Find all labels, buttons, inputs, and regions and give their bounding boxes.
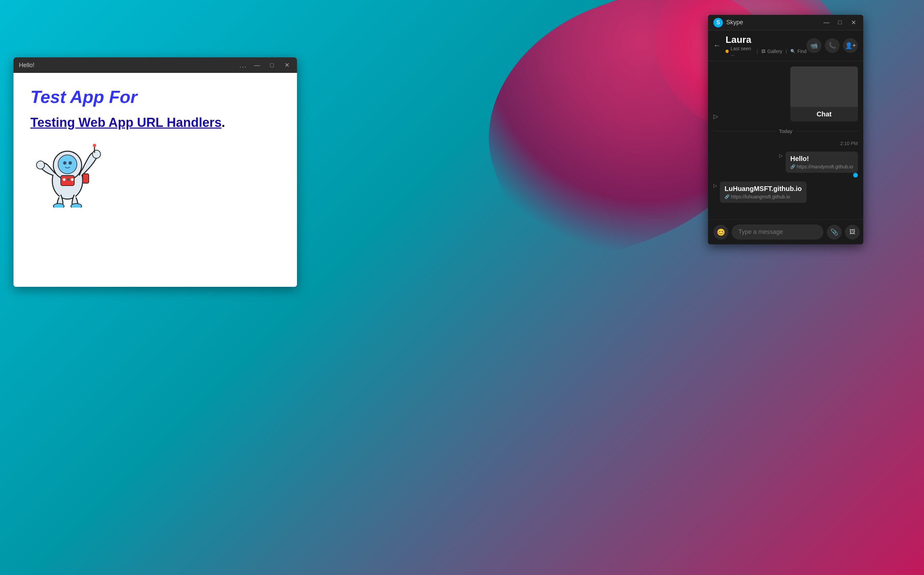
webapp-minimize-button[interactable]: — [252,60,262,70]
chat-card-row: ▷ Chat [713,67,858,121]
webapp-heading: Test App For [30,86,280,107]
svg-point-15 [93,144,96,147]
message-2-row: ▷ LuHuangMSFT.github.io 🔗 https://luhuan… [713,181,807,203]
back-button[interactable]: ← [713,41,721,50]
skype-titlebar: S Skype — □ ✕ [708,15,863,30]
skype-logo-icon: S [713,18,723,27]
webapp-maximize-button[interactable]: □ [267,60,277,70]
chat-card-label: Chat [791,107,858,121]
skype-app-title: Skype [726,19,822,26]
link-icon-2: 🔗 [724,194,730,199]
titlebar-dots[interactable]: ... [239,61,247,69]
webapp-window: Hello! ... — □ ✕ Test App For Testing We… [14,57,297,287]
message-1-link-text: https://mandymsft.github.io [797,164,853,169]
webapp-content: Test App For Testing Web App URL Handler… [14,73,297,287]
svg-point-2 [58,155,77,174]
link-icon: 🔗 [791,164,795,169]
webapp-title: Hello! [19,62,239,69]
svg-rect-13 [83,174,89,183]
svg-point-10 [71,178,73,181]
message-timestamp: 2:10 PM [713,141,858,146]
astronaut-svg [30,140,105,208]
chat-input-area: 😊 📎 🖼 🎤 ⋯ [708,219,863,244]
message-2-container: ▷ LuHuangMSFT.github.io 🔗 https://luhuan… [713,181,858,203]
chat-preview-card: Chat [791,67,858,121]
astronaut-illustration [30,140,105,208]
header-actions: 📹 📞 👤+ [807,38,858,53]
contact-name: Laura [726,35,807,45]
webapp-link-container: Testing Web App URL Handlers. [30,115,280,130]
message-2-text: LuHuangMSFT.github.io [724,185,802,193]
webapp-link-period: . [222,115,225,130]
attachment-button[interactable]: 📎 [827,225,841,240]
skype-window: S Skype — □ ✕ ← Laura Last seen ... | 🖼 … [708,15,863,244]
message-2-link[interactable]: 🔗 https://luhuangmsft.github.io [724,194,802,199]
chat-area: ▷ Chat Today 2:10 PM ▷ Hello! 🔗 https [708,61,863,219]
attachment-icon: 📎 [830,229,838,236]
divider-line-left [713,131,775,131]
svg-point-5 [37,161,44,169]
message-1-text: Hello! [791,155,853,163]
send-status-icon: ▷ [713,113,718,120]
message-1-status-icon: ▷ [779,153,783,158]
status-dot-icon [726,49,729,53]
message-2-status-icon: ▷ [713,183,717,188]
message-input[interactable] [732,224,824,240]
message-1-status-dot [853,173,858,178]
webapp-link[interactable]: Testing Web App URL Handlers [30,115,222,130]
webapp-titlebar: Hello! ... — □ ✕ [14,57,297,73]
image-button[interactable]: 🖼 [845,225,860,240]
chat-card-image [791,67,858,107]
message-2-bubble: LuHuangMSFT.github.io 🔗 https://luhuangm… [720,181,807,203]
skype-close-button[interactable]: ✕ [849,18,858,27]
skype-contact-header: ← Laura Last seen ... | 🖼 Gallery | 🔍 Fi… [708,30,863,61]
find-icon: 🔍 [791,49,795,54]
today-divider: Today [713,128,858,134]
add-person-button[interactable]: 👤+ [843,38,858,53]
svg-point-8 [63,178,65,181]
find-link[interactable]: Find [797,49,807,54]
svg-point-3 [63,161,67,165]
video-call-button[interactable]: 📹 [807,38,821,53]
status-text: Last seen ... [730,46,753,57]
webapp-titlebar-controls: ... — □ ✕ [239,60,292,70]
svg-point-4 [68,161,72,165]
svg-point-12 [71,203,82,208]
today-label: Today [779,128,792,134]
webapp-close-button[interactable]: ✕ [282,60,292,70]
emoji-icon: 😊 [717,228,725,236]
svg-point-11 [53,203,64,208]
message-1-link[interactable]: 🔗 https://mandymsft.github.io [791,164,853,169]
skype-maximize-button[interactable]: □ [835,18,845,27]
contact-info: Laura Last seen ... | 🖼 Gallery | 🔍 Find [726,35,807,57]
image-icon: 🖼 [849,229,856,235]
skype-minimize-button[interactable]: — [822,18,831,27]
contact-status: Last seen ... | 🖼 Gallery | 🔍 Find [726,46,807,57]
gallery-icon: 🖼 [761,49,765,54]
divider-line-right [797,131,858,131]
message-1-container: ▷ Hello! 🔗 https://mandymsft.github.io [713,151,858,178]
message-1-bubble: Hello! 🔗 https://mandymsft.github.io [786,151,858,173]
message-2-link-text: https://luhuangmsft.github.io [731,194,790,199]
voice-call-button[interactable]: 📞 [825,38,840,53]
skype-titlebar-controls: — □ ✕ [822,18,858,27]
svg-point-6 [92,150,100,158]
gallery-link[interactable]: Gallery [767,49,782,54]
message-1-row: ▷ Hello! 🔗 https://mandymsft.github.io [779,151,858,173]
emoji-button[interactable]: 😊 [713,225,728,240]
svg-point-9 [67,178,70,181]
